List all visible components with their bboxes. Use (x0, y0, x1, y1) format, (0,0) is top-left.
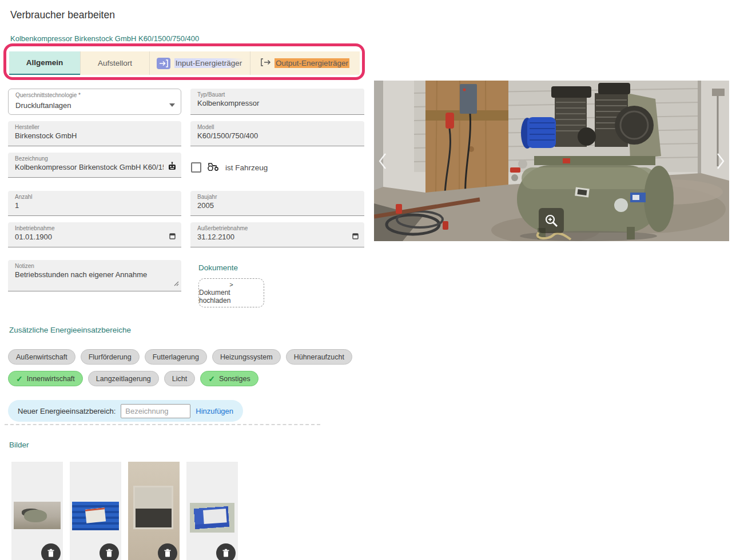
chip-list: Außenwirtschaft Flurförderung Futterlage… (8, 349, 363, 386)
robot-icon[interactable] (168, 162, 177, 173)
tab-allgemein[interactable]: Allgemein (9, 51, 80, 75)
page-title: Verbraucher bearbeiten (10, 9, 115, 21)
chip-innenwirtschaft[interactable]: ✓Innenwirtschaft (8, 371, 83, 386)
dokumente-heading: Dokumente (198, 263, 238, 272)
tab-output-energietraeger[interactable]: Output-Energieträger (250, 51, 360, 75)
chip-futterlagerung[interactable]: Futterlagerung (145, 349, 207, 365)
chip-label: Heizungssystem (220, 353, 273, 361)
tab-label: Aufstellort (98, 59, 132, 67)
ist-fahrzeug-label: ist Fahrzeug (225, 163, 268, 172)
image-card (128, 462, 180, 560)
anzahl-field[interactable]: Anzahl 1 (8, 191, 181, 216)
field-label: Notizen (15, 263, 174, 269)
chip-licht[interactable]: Licht (164, 371, 195, 386)
trash-icon (105, 549, 113, 558)
delete-image-button[interactable] (100, 543, 119, 560)
next-image-button[interactable] (712, 81, 729, 241)
add-button[interactable]: Hinzufügen (196, 407, 233, 415)
upload-chevron-icon: > (229, 281, 233, 289)
inbetriebnahme-field[interactable]: Inbetriebnahme 01.01.1900 (8, 222, 181, 247)
field-value: 1 (15, 201, 174, 210)
previous-image-button[interactable] (374, 81, 391, 241)
notizen-field[interactable]: Notizen Betriebsstunden nach eigener Ann… (8, 260, 181, 291)
field-value: K60/1500/750/400 (197, 131, 357, 140)
chevron-down-icon (169, 99, 175, 109)
calendar-icon[interactable] (169, 231, 176, 242)
check-icon: ✓ (208, 375, 215, 383)
energiebereiche-heading: Zusätzliche Energieeinsatzbereiche (9, 326, 131, 334)
chip-heizungssystem[interactable]: Heizungssystem (212, 349, 281, 365)
field-value: Birkenstock GmbH (15, 131, 174, 140)
ist-fahrzeug-checkbox[interactable] (191, 162, 201, 173)
field-value: 2005 (197, 201, 357, 210)
thumbnail-image[interactable] (190, 503, 234, 533)
magnifier-plus-icon (544, 213, 559, 228)
image-card (70, 462, 121, 560)
tab-input-energietraeger[interactable]: Input-Energieträger (149, 51, 250, 75)
tractor-icon (207, 162, 220, 173)
field-value: 01.01.1900 (15, 233, 174, 241)
modell-field[interactable]: Modell K60/1500/750/400 (190, 121, 364, 146)
thumbnail-image[interactable] (14, 502, 61, 529)
chip-label: Langzeitlagerung (96, 375, 151, 383)
trash-icon (164, 549, 172, 558)
chevron-left-icon (378, 152, 387, 170)
upload-document-button[interactable]: > Dokument hochladen (198, 278, 264, 307)
new-energiebereich-input[interactable] (121, 404, 190, 418)
field-label: Querschnittstechnologie * (15, 92, 174, 98)
field-label: Inbetriebnahme (15, 225, 174, 231)
device-subtitle: Kolbenkompressor Birkenstock GmbH K60/15… (10, 34, 199, 43)
field-label: Baujahr (197, 194, 357, 200)
chevron-right-icon (716, 152, 725, 170)
zoom-image-button[interactable] (539, 208, 564, 233)
calendar-icon[interactable] (352, 231, 359, 242)
querschnittstechnologie-select[interactable]: Querschnittstechnologie * Druckluftanlag… (8, 89, 181, 115)
typ-bauart-field[interactable]: Typ/Bauart Kolbenkompressor (190, 89, 364, 115)
bezeichnung-field[interactable]: Bezeichnung Kolbenkompressor Birkenstock… (8, 153, 181, 178)
upload-label: Dokument hochladen (199, 289, 264, 305)
field-label: Anzahl (15, 194, 174, 200)
device-photo[interactable] (374, 81, 729, 241)
delete-image-button[interactable] (41, 543, 61, 560)
chip-sonstiges[interactable]: ✓Sonstiges (200, 371, 258, 386)
delete-image-button[interactable] (158, 543, 177, 560)
tab-label: Input-Energieträger (174, 58, 243, 68)
chip-langzeitlagerung[interactable]: Langzeitlagerung (88, 371, 159, 386)
check-icon: ✓ (16, 375, 23, 383)
field-label: Modell (197, 124, 357, 130)
chip-label: Futterlagerung (153, 353, 199, 361)
chip-aussenwirtschaft[interactable]: Außenwirtschaft (8, 349, 75, 365)
trash-icon (222, 549, 230, 558)
field-label: Außerbetriebnahme (197, 225, 357, 231)
delete-image-button[interactable] (216, 543, 236, 560)
image-card (186, 462, 238, 560)
tab-aufstellort[interactable]: Aufstellort (80, 51, 149, 75)
new-energiebereich-row: Neuer Energieeinsatzbereich: Hinzufügen (8, 400, 243, 422)
ausserbetriebnahme-field[interactable]: Außerbetriebnahme 31.12.2100 (190, 222, 364, 247)
hersteller-field[interactable]: Hersteller Birkenstock GmbH (8, 121, 181, 146)
login-icon (157, 58, 170, 69)
trash-icon (47, 549, 55, 558)
section-divider (5, 424, 320, 425)
resize-handle-icon[interactable] (174, 278, 179, 289)
chip-label: Außenwirtschaft (16, 353, 67, 361)
chip-label: Hühneraufzucht (294, 353, 344, 361)
chip-huehneraufzucht[interactable]: Hühneraufzucht (286, 349, 352, 365)
chip-label: Innenwirtschaft (27, 375, 75, 383)
baujahr-field[interactable]: Baujahr 2005 (190, 191, 364, 216)
chip-flurfoerderung[interactable]: Flurförderung (81, 349, 140, 365)
field-value: Kolbenkompressor (197, 99, 357, 107)
field-value: Betriebsstunden nach eigener Annahme (15, 270, 174, 279)
thumbnail-image[interactable] (72, 502, 119, 530)
tab-bar: Allgemein Aufstellort Input-Energieträge… (9, 51, 360, 75)
new-energiebereich-label: Neuer Energieeinsatzbereich: (18, 407, 116, 415)
logout-icon (261, 58, 270, 68)
chip-label: Sonstiges (219, 375, 250, 383)
bilder-heading: Bilder (9, 441, 29, 449)
field-value: 31.12.2100 (197, 233, 357, 241)
field-value: Kolbenkompressor Birkenstock GmbH K60/15… (15, 163, 164, 171)
ist-fahrzeug-row: ist Fahrzeug (191, 162, 268, 173)
tab-label: Output-Energieträger (274, 58, 349, 68)
chip-label: Licht (172, 375, 187, 383)
image-card (11, 462, 63, 560)
